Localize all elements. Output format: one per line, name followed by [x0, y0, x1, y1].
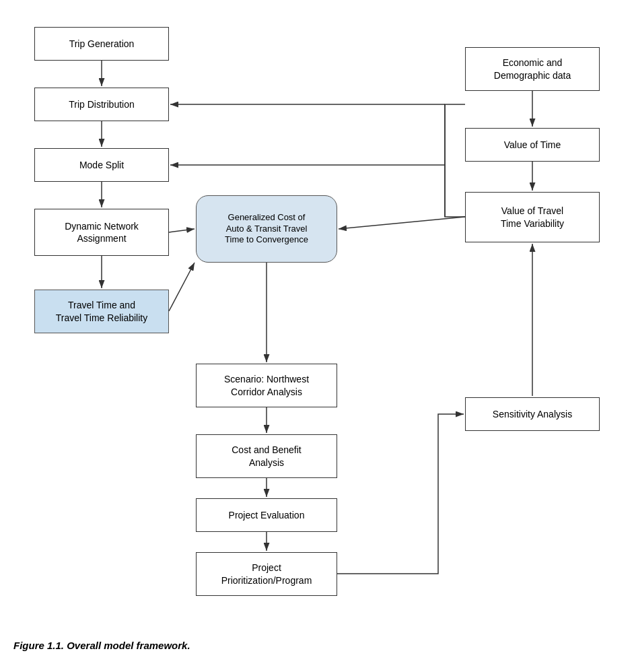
- svg-line-7: [169, 263, 195, 311]
- travel-time-box: Travel Time and Travel Time Reliability: [34, 290, 169, 333]
- svg-line-6: [169, 229, 195, 232]
- diagram: Trip Generation Trip Distribution Mode S…: [14, 13, 620, 633]
- svg-line-14: [339, 217, 465, 229]
- scenario-box: Scenario: Northwest Corridor Analysis: [196, 364, 337, 407]
- sensitivity-analysis-box: Sensitivity Analysis: [465, 397, 600, 431]
- cost-benefit-box: Cost and Benefit Analysis: [196, 434, 337, 478]
- project-evaluation-box: Project Evaluation: [196, 498, 337, 532]
- generalized-cost-box: Generalized Cost of Auto & Transit Trave…: [196, 195, 337, 263]
- dynamic-network-box: Dynamic Network Assignment: [34, 209, 169, 256]
- trip-generation-box: Trip Generation: [34, 27, 169, 61]
- mode-split-box: Mode Split: [34, 148, 169, 182]
- economic-demographic-box: Economic and Demographic data: [465, 47, 600, 91]
- project-prioritization-box: Project Prioritization/Program: [196, 552, 337, 596]
- value-of-time-box: Value of Time: [465, 128, 600, 162]
- trip-distribution-box: Trip Distribution: [34, 88, 169, 121]
- figure-caption: Figure 1.1. Overall model framework.: [13, 640, 621, 651]
- value-travel-time-box: Value of Travel Time Variability: [465, 192, 600, 242]
